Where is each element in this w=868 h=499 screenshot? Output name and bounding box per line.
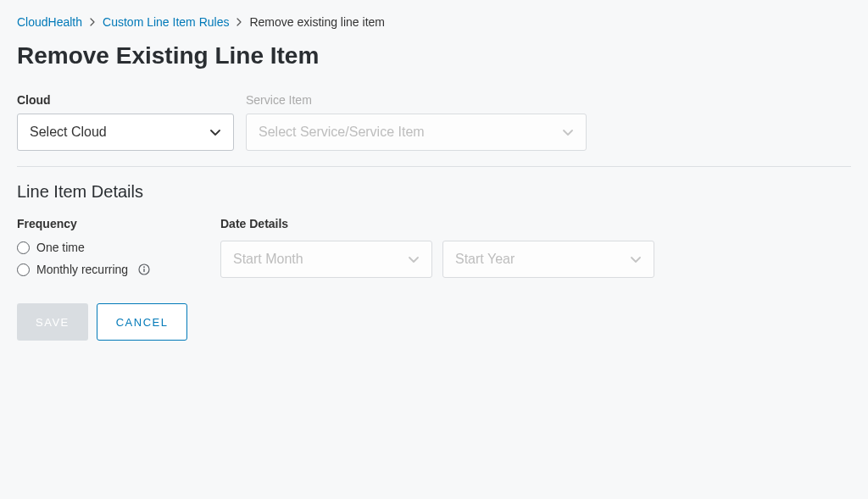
frequency-monthly-label: Monthly recurring (36, 263, 128, 276)
info-icon[interactable] (138, 263, 150, 275)
start-year-select[interactable]: Start Year (442, 241, 654, 278)
chevron-down-icon (562, 129, 574, 136)
cloud-select-placeholder: Select Cloud (30, 125, 107, 140)
start-month-select[interactable]: Start Month (220, 241, 432, 278)
svg-point-1 (143, 266, 145, 268)
service-item-select: Select Service/Service Item (246, 114, 587, 151)
start-year-placeholder: Start Year (455, 252, 515, 267)
radio-icon (17, 241, 30, 254)
page-title: Remove Existing Line Item (17, 42, 851, 69)
chevron-right-icon (89, 18, 96, 26)
cloud-field-group: Cloud Select Cloud (17, 93, 234, 151)
frequency-label: Frequency (17, 217, 186, 230)
save-button: Save (17, 303, 88, 341)
chevron-right-icon (236, 18, 242, 26)
button-row: Save Cancel (17, 303, 851, 341)
date-details-group: Date Details Start Month Start Year (220, 217, 654, 278)
date-details-label: Date Details (220, 217, 654, 230)
start-month-placeholder: Start Month (233, 252, 303, 267)
divider (17, 166, 851, 167)
details-row: Frequency One time Monthly recurring Dat… (17, 217, 851, 278)
breadcrumb-root-link[interactable]: CloudHealth (17, 15, 82, 29)
section-title: Line Item Details (17, 182, 851, 202)
breadcrumb-current: Remove existing line item (249, 15, 385, 29)
frequency-one-time-label: One time (36, 241, 85, 254)
cloud-service-row: Cloud Select Cloud Service Item Select S… (17, 93, 851, 151)
chevron-down-icon (209, 129, 221, 136)
date-selects: Start Month Start Year (220, 241, 654, 278)
frequency-group: Frequency One time Monthly recurring (17, 217, 186, 276)
radio-icon (17, 263, 30, 276)
svg-rect-2 (143, 269, 144, 272)
cloud-select[interactable]: Select Cloud (17, 114, 234, 151)
service-item-select-placeholder: Select Service/Service Item (259, 125, 425, 140)
cloud-label: Cloud (17, 93, 234, 107)
service-item-label: Service Item (246, 93, 587, 107)
frequency-monthly-radio[interactable]: Monthly recurring (17, 263, 186, 276)
cancel-button[interactable]: Cancel (97, 303, 188, 341)
breadcrumb: CloudHealth Custom Line Item Rules Remov… (17, 15, 851, 29)
breadcrumb-parent-link[interactable]: Custom Line Item Rules (103, 15, 229, 29)
service-item-field-group: Service Item Select Service/Service Item (246, 93, 587, 151)
chevron-down-icon (408, 256, 420, 263)
chevron-down-icon (630, 256, 642, 263)
frequency-one-time-radio[interactable]: One time (17, 241, 186, 254)
